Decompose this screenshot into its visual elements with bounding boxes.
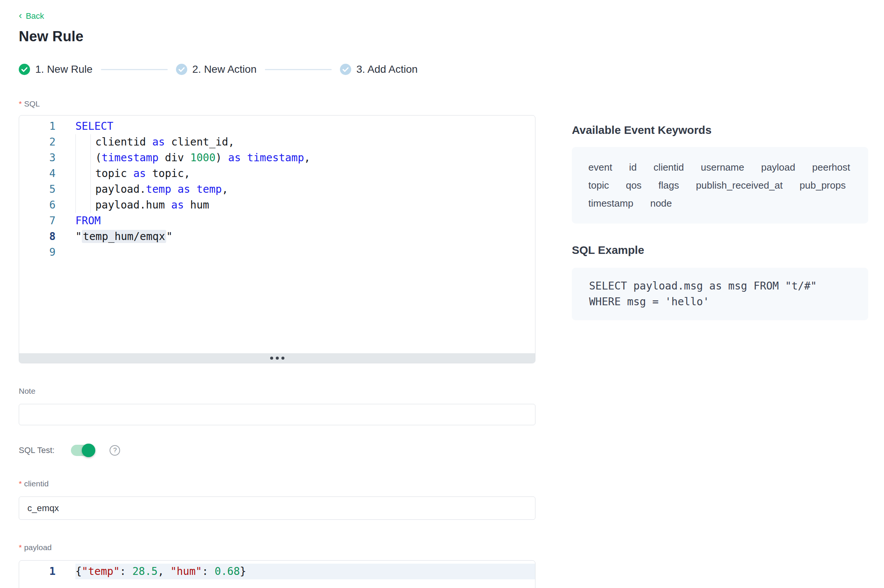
sql-example-heading: SQL Example [572,244,868,256]
code-line-text: payload.temp as temp, [64,182,228,197]
event-keywords-box: eventidclientidusernamepayloadpeerhostto… [572,147,868,224]
clientid-field-label: *clientid [19,479,535,488]
step-connector [101,69,168,70]
event-keyword-item: qos [626,176,642,194]
clientid-label-text: clientid [24,479,48,488]
main-form-column: ‹ Back New Rule 1. New Rule 2. New Actio… [19,0,535,588]
line-number: 5 [19,182,64,197]
step-new-rule[interactable]: 1. New Rule [19,63,93,75]
step-add-action[interactable]: 3. Add Action [340,63,418,75]
step-label: 3. Add Action [356,63,418,75]
line-number: 1 [19,564,64,579]
sql-code-editor[interactable]: 1SELECT2clientid as client_id,3(timestam… [19,115,535,363]
sql-example-line: SELECT payload.msg as msg FROM "t/#" [589,278,851,294]
code-line-text: {"temp": 28.5, "hum": 0.68} [64,564,246,579]
note-label-text: Note [19,387,35,395]
step-label: 2. New Action [192,63,257,75]
help-sidebar: Available Event Keywords eventidclientid… [572,0,868,588]
sql-code-line[interactable]: 2clientid as client_id, [19,134,535,150]
payload-field-label: *payload [19,543,535,552]
payload-label-text: payload [24,543,52,552]
page-title: New Rule [19,28,535,45]
payload-code-editor[interactable]: 1{"temp": 28.5, "hum": 0.68} [19,560,535,588]
sql-code-line[interactable]: 4topic as topic, [19,166,535,182]
sql-code-line[interactable]: 1SELECT [19,118,535,134]
dot-icon [276,357,279,360]
sql-code-line[interactable]: 8"temp_hum/emqx" [19,229,535,244]
event-keyword-item: topic [588,176,609,194]
check-circle-icon [176,64,187,75]
step-label: 1. New Rule [35,63,93,75]
note-field-label: Note [19,387,535,396]
code-line-text [64,244,75,260]
sql-label-text: SQL [24,99,40,108]
sql-code-line[interactable]: 5payload.temp as temp, [19,182,535,197]
code-line-text: topic as topic, [64,166,190,182]
event-keyword-item: pub_props [800,176,846,194]
step-connector [265,69,332,70]
check-circle-icon [19,64,30,75]
line-number: 6 [19,197,64,213]
sql-test-row: SQL Test: ? [19,445,535,456]
keywords-heading: Available Event Keywords [572,124,868,136]
event-keyword-item: node [650,194,672,212]
payload-code-line[interactable]: 1{"temp": 28.5, "hum": 0.68} [19,564,535,579]
event-keyword-item: payload [761,158,795,176]
sql-example-box: SELECT payload.msg as msg FROM "t/#"WHER… [572,268,868,320]
event-keyword-item: id [629,158,637,176]
sql-test-label: SQL Test: [19,446,54,455]
payload-code-lines[interactable]: 1{"temp": 28.5, "hum": 0.68} [19,561,535,579]
sql-code-line[interactable]: 3(timestamp div 1000) as timestamp, [19,150,535,166]
required-asterisk: * [19,479,22,488]
editor-expand-handle[interactable] [19,353,535,363]
event-keyword-item: timestamp [588,194,633,212]
event-keyword-item: publish_received_at [696,176,783,194]
note-input[interactable] [19,404,535,425]
event-keyword-item: flags [658,176,679,194]
line-number: 4 [19,166,64,182]
dot-icon [281,357,284,360]
line-number: 9 [19,244,64,260]
page: ‹ Back New Rule 1. New Rule 2. New Actio… [0,0,884,588]
sql-test-toggle[interactable] [71,445,95,456]
sql-field-label: *SQL [19,99,535,108]
line-number: 3 [19,150,64,166]
check-circle-icon [340,64,351,75]
event-keyword-item: username [701,158,744,176]
event-keyword-item: peerhost [812,158,850,176]
required-asterisk: * [19,99,22,108]
event-keyword-item: clientid [654,158,684,176]
line-number: 2 [19,134,64,150]
sql-code-line[interactable]: 9 [19,244,535,260]
toggle-knob-icon [82,444,95,457]
back-link[interactable]: ‹ Back [19,11,44,21]
line-number: 8 [19,229,64,244]
wizard-stepper: 1. New Rule 2. New Action 3. Add Action [19,63,535,75]
clientid-input[interactable] [19,496,535,520]
line-number: 7 [19,213,64,229]
step-new-action[interactable]: 2. New Action [176,63,257,75]
help-question-icon[interactable]: ? [110,445,120,456]
code-line-text: FROM [64,213,101,229]
sql-example-line: WHERE msg = 'hello' [589,294,851,310]
required-asterisk: * [19,543,22,552]
code-line-text: (timestamp div 1000) as timestamp, [64,150,310,166]
sql-code-lines[interactable]: 1SELECT2clientid as client_id,3(timestam… [19,116,535,353]
back-label: Back [26,11,44,21]
code-line-text: "temp_hum/emqx" [64,229,173,244]
code-line-text: payload.hum as hum [64,197,209,213]
event-keyword-item: event [588,158,612,176]
chevron-left-icon: ‹ [19,11,22,20]
code-line-text: clientid as client_id, [64,134,235,150]
code-line-text: SELECT [64,118,113,134]
dot-icon [270,357,273,360]
sql-code-line[interactable]: 7FROM [19,213,535,229]
sql-code-line[interactable]: 6payload.hum as hum [19,197,535,213]
line-number: 1 [19,118,64,134]
